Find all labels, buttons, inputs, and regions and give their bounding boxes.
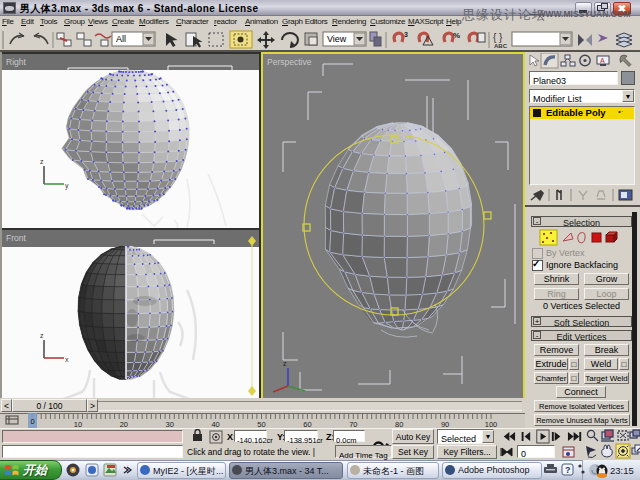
svg-text:Perspective: Perspective (267, 57, 312, 67)
svg-text:90: 90 (441, 420, 449, 429)
svg-text:y: y (65, 182, 69, 190)
svg-text:0: 0 (30, 417, 34, 426)
svg-text:70: 70 (349, 420, 357, 429)
svg-text:All: All (116, 34, 126, 44)
svg-text:A: A (600, 57, 605, 64)
svg-text:Front: Front (6, 233, 26, 243)
svg-text:View: View (327, 34, 347, 44)
svg-text:10: 10 (74, 420, 82, 429)
svg-text:50: 50 (257, 420, 265, 429)
svg-text:?: ? (565, 465, 571, 475)
svg-text:30: 30 (166, 420, 174, 429)
svg-text:80: 80 (395, 420, 403, 429)
svg-text:%: % (453, 31, 460, 40)
svg-text:z: z (283, 360, 287, 367)
svg-text:Right: Right (6, 57, 26, 67)
svg-text:z: z (40, 332, 44, 339)
svg-text:x: x (65, 356, 69, 363)
svg-text:40: 40 (211, 420, 219, 429)
svg-text:ABC: ABC (494, 43, 508, 49)
svg-text:60: 60 (303, 420, 311, 429)
svg-text:{ }: { } (493, 32, 503, 43)
svg-text:20: 20 (120, 420, 128, 429)
svg-text:3: 3 (404, 31, 408, 38)
svg-text:100: 100 (485, 420, 498, 429)
svg-text:z: z (40, 158, 44, 165)
